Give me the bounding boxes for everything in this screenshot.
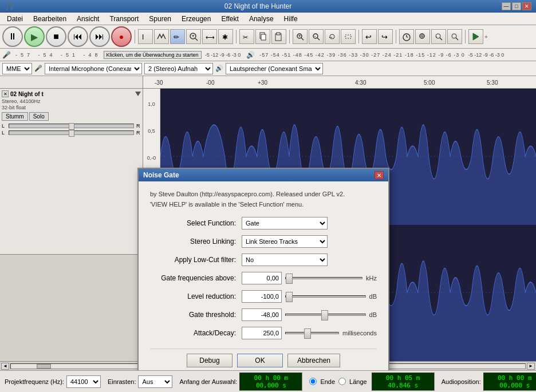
svg-text:4:30: 4:30 <box>355 80 366 86</box>
track1-solo-btn[interactable]: Solo <box>29 112 49 121</box>
scroll-left-btn[interactable]: ◄ <box>1 363 9 370</box>
play2-btn[interactable] <box>468 29 483 44</box>
attack-decay-slider-container[interactable] <box>285 327 339 339</box>
paste-tool[interactable] <box>271 29 286 44</box>
zoom-in-btn[interactable]: + <box>293 29 308 44</box>
gate-freq-slider-track[interactable] <box>285 277 362 279</box>
start-time-display[interactable]: 00 h 00 m 00,000 s <box>239 373 302 391</box>
zoom-out-btn[interactable]: - <box>309 29 324 44</box>
cut-tool[interactable]: ✂ <box>239 29 254 44</box>
menu-ansicht[interactable]: Ansicht <box>72 14 104 24</box>
track1-pan-slider[interactable] <box>9 130 134 135</box>
attack-decay-input[interactable] <box>242 327 282 339</box>
level-reduction-label: Level reduction: <box>150 292 242 300</box>
dialog-row-level-reduction: Level reduction: dB <box>150 290 377 303</box>
level-reduction-slider-container[interactable] <box>285 291 366 302</box>
minimize-button[interactable]: — <box>502 2 511 10</box>
gain-thumb[interactable] <box>69 123 74 130</box>
output-select[interactable]: Lautsprecher (Conexant Smar <box>226 63 323 74</box>
play-button[interactable]: ▶ <box>24 26 45 47</box>
undo-btn[interactable]: ↩ <box>362 29 377 44</box>
attack-decay-slider-track[interactable] <box>285 332 339 334</box>
zoom-sel-btn[interactable] <box>341 29 356 44</box>
gate-threshold-input[interactable] <box>242 308 282 321</box>
zoom-fit-btn[interactable]: ↔ <box>325 29 340 44</box>
multi-tool[interactable]: ✱ <box>218 29 233 44</box>
gate-freq-input[interactable] <box>242 272 282 284</box>
cancel-button[interactable]: Abbrechen <box>287 354 340 367</box>
gate-threshold-slider-track[interactable] <box>285 314 366 316</box>
length-radio[interactable] <box>338 378 346 385</box>
sep6 <box>465 30 466 43</box>
menu-effekt[interactable]: Effekt <box>216 14 243 24</box>
menu-datei[interactable]: Datei <box>2 14 27 24</box>
zoom2-btn[interactable]: - <box>431 29 446 44</box>
end-radio[interactable] <box>309 378 317 385</box>
envelope-tool[interactable] <box>154 29 169 44</box>
channel-select[interactable]: 2 (Stereo) Aufnah <box>144 63 213 74</box>
svg-rect-9 <box>261 34 266 40</box>
menu-erzeugen[interactable]: Erzeugen <box>177 14 215 24</box>
snap-select[interactable]: Aus <box>138 375 172 388</box>
redo-btn[interactable]: ↪ <box>378 29 393 44</box>
stereo-linking-dropdown[interactable]: Link Stereo Tracks Don't Link <box>242 235 328 248</box>
dialog-close-btn[interactable]: ✕ <box>375 171 384 179</box>
gate-threshold-slider-container[interactable] <box>285 309 366 320</box>
record-button[interactable]: ● <box>111 26 132 47</box>
noise-gate-dialog: Noise Gate ✕ by Steve Daulton (http://ea… <box>137 168 389 370</box>
title-bar: 🎵 02 Night of the Hunter — □ ✕ <box>0 0 536 13</box>
level-reduction-slider-thumb[interactable] <box>286 292 293 302</box>
menu-spuren[interactable]: Spuren <box>144 14 176 24</box>
pan-l-label: L <box>2 130 6 136</box>
menu-bearbeiten[interactable]: Bearbeiten <box>29 14 71 24</box>
menu-analyse[interactable]: Analyse <box>245 14 278 24</box>
svg-text:I: I <box>142 33 144 41</box>
track1-close-btn[interactable]: ✕ <box>2 90 9 97</box>
zoom-tool[interactable]: + <box>186 29 201 44</box>
select-function-dropdown[interactable]: Gate Analyze <box>242 217 328 229</box>
dialog-row-lowcut: Apply Low-Cut filter: No Yes <box>150 254 377 266</box>
menu-hilfe[interactable]: Hilfe <box>279 14 302 24</box>
svg-marker-34 <box>473 33 479 40</box>
transport-toolbar: ⏸ ▶ ■ ⏮ ⏭ ● I ✏ + ⟷ ✱ <box>0 25 536 49</box>
dialog-body: by Steve Daulton (http://easyspacepro.co… <box>139 181 388 370</box>
attack-decay-slider-thumb[interactable] <box>304 328 311 339</box>
scrollbar-thumb[interactable] <box>37 364 51 369</box>
stop-button[interactable]: ■ <box>46 26 66 47</box>
skip-fwd-button[interactable]: ⏭ <box>89 26 110 47</box>
monitor-start-button[interactable]: Klicken, um die Überwachung zu starten <box>104 51 202 59</box>
gate-freq-slider-thumb[interactable] <box>286 274 293 284</box>
analysis-btn[interactable] <box>415 29 430 44</box>
lowcut-dropdown[interactable]: No Yes <box>242 254 328 266</box>
menu-transport[interactable]: Transport <box>105 14 143 24</box>
host-select[interactable]: MME <box>2 63 32 74</box>
dialog-row-stereo-linking: Stereo Linking: Link Stereo Tracks Don't… <box>150 235 377 248</box>
time-shift-tool[interactable]: ⟷ <box>202 29 217 44</box>
scroll-right-btn[interactable]: ► <box>527 363 535 370</box>
gate-threshold-slider-thumb[interactable] <box>321 310 328 320</box>
ok-button[interactable]: OK <box>237 354 283 367</box>
length-radio-label: Länge <box>349 378 367 385</box>
pause-button[interactable]: ⏸ <box>2 26 23 47</box>
debug-button[interactable]: Debug <box>187 354 232 367</box>
pan-thumb[interactable] <box>69 130 74 137</box>
maximize-button[interactable]: □ <box>512 2 521 10</box>
input-select[interactable]: Internal Microphone (Conexar <box>45 63 142 74</box>
end-time-display[interactable]: 00 h 05 m 40,846 s <box>372 373 435 391</box>
timer-btn[interactable] <box>399 29 414 44</box>
track1-expand-btn[interactable] <box>135 91 141 97</box>
draw-tool[interactable]: ✏ <box>170 29 185 44</box>
level-reduction-slider-track[interactable] <box>285 295 366 298</box>
close-button[interactable]: ✕ <box>522 2 531 10</box>
dialog-row-select-function: Select Function: Gate Analyze <box>150 217 377 229</box>
copy-tool[interactable] <box>255 29 270 44</box>
freq-select[interactable]: 44100 <box>66 375 101 388</box>
track1-mute-btn[interactable]: Stumm <box>2 112 28 121</box>
mixer-btn[interactable] <box>447 29 462 44</box>
gate-freq-slider-container[interactable] <box>285 272 362 284</box>
level-reduction-input[interactable] <box>242 290 282 303</box>
selection-tool[interactable]: I <box>138 29 153 44</box>
skip-back-button[interactable]: ⏮ <box>68 26 88 47</box>
pos-time-display[interactable]: 00 h 00 m 00,000 s <box>483 373 536 391</box>
track1-gain-slider[interactable] <box>9 124 134 128</box>
